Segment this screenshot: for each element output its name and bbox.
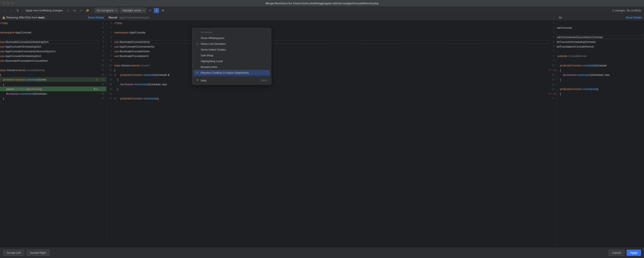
maximize-dot[interactable]	[11, 2, 14, 4]
branch-name: main	[38, 16, 45, 19]
collapse-icon[interactable]: ⤫	[148, 8, 153, 13]
rebasing-label: Rebasing 898c793a from	[6, 16, 38, 19]
menu-show-line-numbers[interactable]: ✓Show Line Numbers	[194, 41, 270, 47]
discard-icon[interactable]: ✕	[94, 87, 96, 91]
changes-status: 2 changes. No conflicts.	[612, 9, 642, 12]
right-code[interactable]: ole\Console; ole\Commands\SourceSyncComm…	[557, 20, 644, 247]
sync-scroll-icon[interactable]: ⇵	[154, 8, 159, 13]
right-pane: ole\Console; ole\Commands\SourceSyncComm…	[557, 20, 644, 247]
commits-label: its	[559, 16, 562, 19]
left-pane: <?php1 2 namespace App\Console;3 4 use I…	[0, 20, 106, 247]
close-dot[interactable]	[2, 2, 5, 4]
prev-diff-icon[interactable]: ↑	[2, 8, 7, 13]
accept-right-button[interactable]: Accept Right	[26, 250, 50, 256]
cancel-button[interactable]: Cancel	[608, 250, 624, 256]
window-title: Merge Revisions for /Users/John.Smith/ag…	[2, 2, 642, 5]
footer: Accept Left Accept Right Cancel Apply	[0, 247, 644, 258]
gutter-context-menu: Annotate Show Whitespaces ✓Show Line Num…	[192, 28, 271, 85]
apply-right-all-icon[interactable]: «	[78, 8, 84, 13]
magic-resolve-icon[interactable]: ✨	[85, 8, 90, 13]
titlebar: Merge Revisions for /Users/John.Smith/ag…	[0, 0, 644, 6]
menu-soft-wrap[interactable]: Soft-Wrap	[194, 52, 270, 58]
toolbar: ↑ ↓ ⇅ Apply non-conflicting changes: » »…	[0, 6, 644, 14]
pane-headers: 🔒 Rebasing 898c793a from main Show Detai…	[0, 14, 644, 20]
apply-non-conflicting-label: Apply non-conflicting changes:	[26, 9, 63, 12]
compare-icon[interactable]: ⇅	[15, 8, 20, 13]
result-pane: 1<?php1 2 2 3namespace App\Console;3 4 4…	[106, 20, 557, 247]
menu-show-indent-guides[interactable]: Show Indent Guides	[194, 47, 270, 52]
menu-help[interactable]: ?Help⇧⌘F1	[194, 78, 270, 83]
next-diff-icon[interactable]: ↓	[8, 8, 14, 13]
mid-header: Result app/Console/Kernel.php	[106, 14, 557, 20]
show-details-right[interactable]: Show Details	[626, 16, 642, 19]
minimize-dot[interactable]	[7, 2, 10, 4]
ignore-select[interactable]: Do not ignore	[94, 8, 118, 13]
lock-icon: 🔒	[2, 16, 5, 19]
diff-panes: <?php1 2 namespace App\Console;3 4 use I…	[0, 20, 644, 247]
settings-gear-icon[interactable]: ⚙	[160, 8, 166, 13]
left-code[interactable]: <?php1 2 namespace App\Console;3 4 use I…	[0, 20, 106, 247]
result-label: Result	[108, 16, 117, 19]
accept-left-button[interactable]: Accept Left	[3, 250, 24, 256]
menu-show-whitespaces[interactable]: Show Whitespaces	[194, 35, 270, 41]
menu-highlighting-level[interactable]: Highlighting Level›	[194, 58, 270, 64]
menu-resolve-imports[interactable]: ✓Resolve Conflicts in Import Statements	[194, 70, 270, 76]
apply-button[interactable]: Apply	[626, 250, 641, 256]
show-details-left[interactable]: Show Details	[88, 16, 104, 19]
highlight-select[interactable]: Highlight words	[120, 8, 146, 13]
result-path: app/Console/Kernel.php	[119, 16, 150, 19]
right-header: its Show Details	[557, 14, 644, 20]
left-header: 🔒 Rebasing 898c793a from main Show Detai…	[0, 14, 106, 20]
menu-breadcrumbs[interactable]: Breadcrumbs›	[194, 64, 270, 70]
menu-annotate: Annotate	[194, 29, 270, 35]
window-controls	[2, 2, 14, 4]
mid-code[interactable]: 1<?php1 2 2 3namespace App\Console;3 4 4…	[106, 20, 557, 247]
apply-both-icon[interactable]: »«	[72, 8, 77, 13]
apply-right-icon[interactable]: »	[96, 87, 98, 91]
apply-left-all-icon[interactable]: »	[66, 8, 71, 13]
